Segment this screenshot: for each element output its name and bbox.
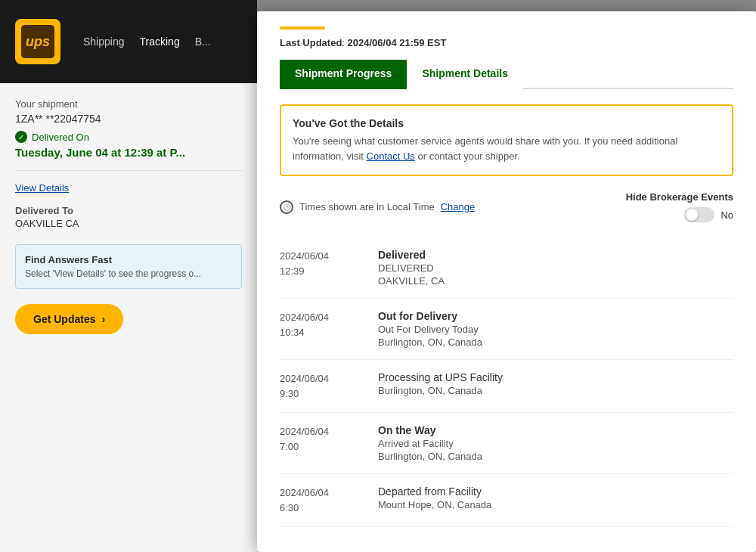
ups-header: ups Shipping Tracking B... [0,0,257,83]
last-updated-label: Last Updated [280,37,342,48]
events-list: 2024/06/0412:39DeliveredDELIVEREDOAKVILL… [280,237,733,527]
toggle-knob [686,209,698,221]
tab-shipment-progress[interactable]: Shipment Progress [280,60,407,89]
event-details: On the WayArrived at FacilityBurlington,… [378,424,733,462]
event-desc: Out For Delivery Today [378,324,733,335]
delivered-badge: ✓ Delivered On [15,131,242,143]
shipment-label: Your shipment [15,98,242,110]
timezone-row: 🕐 Times shown are in Local Time Change H… [280,191,733,222]
event-location: Burlington, ON, Canada [378,336,733,348]
event-status: Departed from Facility [378,485,733,498]
event-time: 7:00 [280,439,370,454]
delivery-date: Tuesday, June 04 at 12:39 at P... [15,146,242,159]
timezone-left: 🕐 Times shown are in Local Time Change [280,200,475,214]
event-date: 2024/06/04 [280,310,370,325]
event-row: 2024/06/0412:39DeliveredDELIVEREDOAKVILL… [280,237,733,299]
event-details: Departed from FacilityMount Hope, ON, Ca… [378,485,733,515]
nav-shipping[interactable]: Shipping [83,36,125,48]
get-updates-label: Get Updates [33,313,95,325]
clock-icon: 🕐 [280,200,293,214]
event-row: 2024/06/046:30Departed from FacilityMoun… [280,474,733,527]
background-page: ups Shipping Tracking B... Your shipment… [0,0,257,552]
event-status: Out for Delivery [378,310,733,322]
info-box: You've Got the Details You're seeing wha… [280,104,733,176]
event-row: 2024/06/047:00On the WayArrived at Facil… [280,413,733,474]
yellow-accent-bar [280,26,325,29]
info-box-title: You've Got the Details [293,117,720,129]
event-location: OAKVILLE, CA [378,275,733,287]
event-time: 12:39 [280,264,370,279]
event-row: 2024/06/0410:34Out for DeliveryOut For D… [280,299,733,360]
find-answers-text: Select 'View Details' to see the progres… [25,268,232,279]
info-box-text: You're seeing what customer service agen… [293,134,720,163]
get-updates-button[interactable]: Get Updates › [15,304,123,334]
ups-logo: ups [15,19,60,64]
toggle-container: No [684,207,733,222]
contact-us-link[interactable]: Contact Us [367,150,415,162]
divider [15,170,242,171]
event-date: 2024/06/04 [280,249,370,264]
event-details: Processing at UPS FacilityBurlington, ON… [378,371,733,401]
event-details: DeliveredDELIVEREDOAKVILLE, CA [378,249,733,287]
nav-billing[interactable]: B... [195,36,211,48]
event-status: On the Way [378,424,733,436]
nav-tracking[interactable]: Tracking [140,36,180,48]
event-date: 2024/06/04 [280,485,370,501]
event-row: 2024/06/049:30Processing at UPS Facility… [280,360,733,413]
event-datetime: 2024/06/0412:39 [280,249,370,287]
event-datetime: 2024/06/0410:34 [280,310,370,348]
event-status: Processing at UPS Facility [378,371,733,383]
event-location: Mount Hope, ON, Canada [378,499,733,510]
toggle-value: No [720,209,733,221]
tracking-modal: Last Updated: 2024/06/04 21:59 EST Shipm… [257,11,756,552]
event-desc: DELIVERED [378,262,733,274]
find-answers-title: Find Answers Fast [25,254,232,265]
check-icon: ✓ [15,131,27,143]
event-location: Burlington, ON, Canada [378,385,733,396]
event-details: Out for DeliveryOut For Delivery TodayBu… [378,310,733,348]
ups-logo-text: ups [21,25,54,58]
event-datetime: 2024/06/046:30 [280,485,370,515]
info-text-after: or contact your shipper. [415,150,520,162]
tab-shipment-details[interactable]: Shipment Details [407,60,523,89]
view-details-link[interactable]: View Details [15,182,242,194]
arrow-icon: › [101,313,105,325]
event-status: Delivered [378,249,733,261]
change-timezone-link[interactable]: Change [441,201,476,212]
event-desc: Arrived at Facility [378,438,733,449]
event-location: Burlington, ON, Canada [378,451,733,462]
bg-content: Your shipment 1ZA** **22047754 ✓ Deliver… [0,83,257,349]
nav-links: Shipping Tracking B... [83,36,211,48]
delivered-to-value: OAKVILLE CA [15,218,242,229]
tabs-bar: Shipment Progress Shipment Details [280,60,733,89]
event-date: 2024/06/04 [280,424,370,439]
event-time: 10:34 [280,325,370,340]
delivered-on-label: Delivered On [32,132,89,143]
brokerage-label: Hide Brokerage Events [626,191,733,203]
event-date: 2024/06/04 [280,371,370,386]
event-datetime: 2024/06/049:30 [280,371,370,401]
event-time: 9:30 [280,386,370,402]
last-updated-value: 2024/06/04 21:59 EST [348,37,447,48]
event-datetime: 2024/06/047:00 [280,424,370,462]
delivered-to-label: Delivered To [15,205,242,216]
find-answers-box: Find Answers Fast Select 'View Details' … [15,244,242,289]
panel-content: You've Got the Details You're seeing wha… [257,89,756,542]
tracking-number: 1ZA** **22047754 [15,113,242,125]
last-updated-row: Last Updated: 2024/06/04 21:59 EST [280,37,733,48]
timezone-text: Times shown are in Local Time [299,201,435,212]
event-time: 6:30 [280,501,370,516]
brokerage-toggle-switch[interactable] [684,207,714,222]
brokerage-toggle: Hide Brokerage Events No [626,191,733,222]
